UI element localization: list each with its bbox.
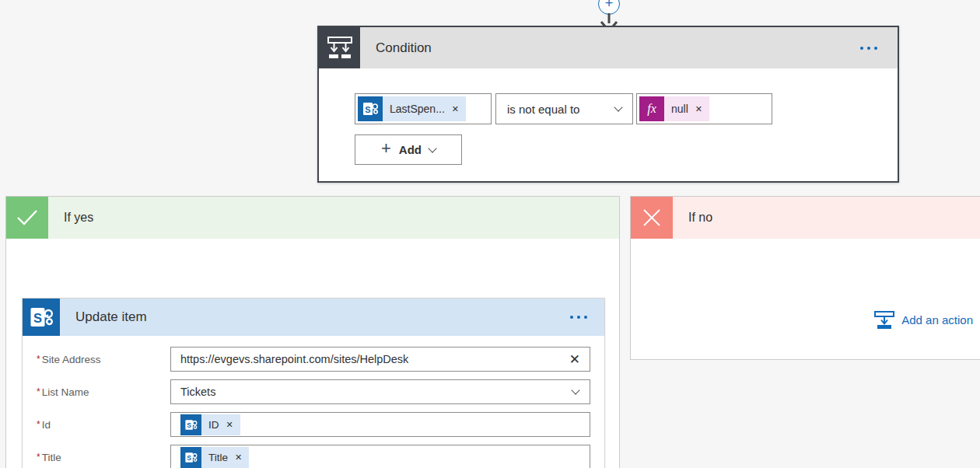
sharepoint-icon: S (358, 96, 383, 121)
expression-token-label: null (671, 103, 688, 115)
update-item-fields: *Site Address https://evgevs.sharepoint.… (23, 336, 604, 468)
title-token-label: Title (208, 452, 228, 463)
sharepoint-icon: S (180, 414, 201, 435)
remove-token-icon[interactable]: ✕ (235, 452, 242, 463)
svg-text:S: S (187, 454, 191, 462)
list-name-dropdown[interactable]: Tickets (170, 379, 590, 404)
sharepoint-icon: S (180, 447, 201, 468)
update-item-card-header[interactable]: S Update item (23, 299, 604, 336)
field-row-site-address: *Site Address https://evgevs.sharepoint.… (37, 347, 604, 372)
condition-card: Condition S (317, 26, 899, 183)
condition-card-body: S LastSpen... ✕ is not equal to (319, 68, 898, 165)
id-label: *Id (37, 419, 170, 431)
add-action-icon (874, 310, 894, 330)
svg-text:S: S (33, 311, 42, 325)
check-icon (6, 197, 48, 239)
remove-token-icon[interactable]: ✕ (695, 104, 702, 114)
condition-operator-dropdown[interactable]: is not equal to (495, 93, 633, 124)
if-no-branch: If no Add an action (630, 196, 980, 360)
id-token-label: ID (208, 419, 219, 431)
update-item-more-options-icon[interactable] (570, 316, 587, 319)
remove-token-icon[interactable]: ✕ (452, 104, 459, 114)
plus-icon: + (381, 140, 391, 157)
required-asterisk: * (37, 419, 40, 430)
site-address-input[interactable]: https://evgevs.sharepoint.com/sites/Help… (170, 347, 590, 372)
condition-more-options-icon[interactable] (860, 47, 877, 50)
svg-text:S: S (187, 421, 191, 429)
add-condition-row-button[interactable]: + Add (355, 134, 462, 165)
dynamic-content-token-label: LastSpen... (390, 103, 445, 115)
chevron-down-icon (428, 144, 436, 152)
required-asterisk: * (37, 452, 40, 463)
condition-card-title: Condition (376, 40, 432, 56)
if-yes-label: If yes (64, 211, 93, 225)
site-address-label: *Site Address (37, 354, 170, 365)
cross-icon (631, 197, 673, 239)
required-asterisk: * (37, 386, 40, 397)
flow-designer-canvas: + Condition (0, 0, 980, 468)
clear-icon[interactable]: ✕ (569, 351, 580, 368)
remove-token-icon[interactable]: ✕ (226, 420, 233, 430)
condition-left-operand-field[interactable]: S LastSpen... ✕ (355, 93, 492, 124)
condition-right-operand-field[interactable]: fx null ✕ (636, 93, 772, 124)
condition-icon (319, 27, 360, 68)
field-row-title: *Title S (37, 445, 604, 468)
add-button-label: Add (399, 143, 422, 156)
if-yes-branch: If yes S Update item (5, 196, 620, 468)
add-an-action-label: Add an action (901, 313, 973, 327)
svg-text:S: S (365, 105, 370, 114)
title-input[interactable]: S Title ✕ (170, 445, 590, 468)
required-asterisk: * (37, 354, 40, 365)
field-row-list-name: *List Name Tickets (37, 379, 604, 404)
title-label: *Title (37, 452, 170, 463)
list-name-value: Tickets (180, 386, 572, 398)
operator-value: is not equal to (507, 103, 579, 116)
id-input[interactable]: S ID ✕ (170, 412, 590, 437)
site-address-value: https://evgevs.sharepoint.com/sites/Help… (180, 353, 569, 365)
chevron-down-icon (614, 103, 622, 111)
if-no-branch-header[interactable]: If no (631, 197, 980, 239)
add-an-action-button[interactable]: Add an action (874, 310, 973, 330)
field-row-id: *Id S (37, 412, 604, 437)
condition-card-header[interactable]: Condition (319, 27, 898, 68)
update-item-card-title: Update item (75, 309, 147, 325)
expression-fx-icon: fx (639, 96, 664, 121)
sharepoint-icon: S (23, 299, 60, 336)
update-item-card: S Update item *Site Address https: (22, 298, 605, 468)
if-no-label: If no (688, 211, 712, 225)
list-name-label: *List Name (37, 386, 170, 398)
chevron-down-icon (571, 386, 579, 394)
if-yes-branch-header[interactable]: If yes (6, 197, 619, 239)
